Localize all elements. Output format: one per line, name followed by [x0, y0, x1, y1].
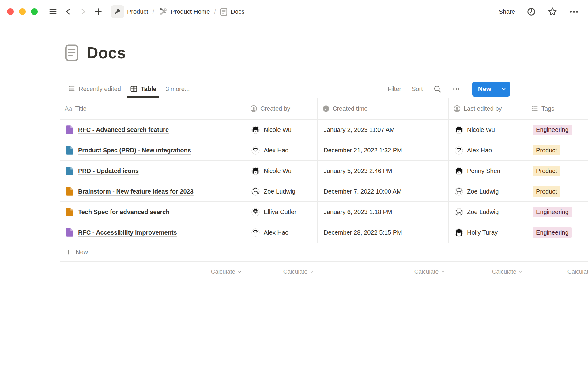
person-name: Zoe Ludwig	[467, 209, 499, 216]
created-by-cell[interactable]: Alex Hao	[245, 222, 318, 243]
calculate-tags[interactable]: Calculate	[526, 262, 588, 282]
created-time-cell[interactable]: December 21, 2022 1:32 PM	[318, 140, 449, 160]
person-icon	[250, 105, 257, 112]
column-header-title[interactable]: Aa Title	[60, 98, 245, 119]
page-title[interactable]: Docs	[87, 44, 126, 62]
favorite-star-icon[interactable]	[548, 7, 557, 17]
calculate-title[interactable]: Calculate	[60, 262, 245, 282]
title-cell[interactable]: RFC - Accessibility improvements	[60, 222, 245, 243]
column-header-created-time[interactable]: Created time	[318, 98, 449, 119]
breadcrumb-item-product[interactable]: Product	[111, 5, 148, 18]
created-by-cell[interactable]: Nicole Wu	[245, 161, 318, 181]
created-by-cell[interactable]: Elliya Cutler	[245, 202, 318, 222]
tags-cell[interactable]: Product	[526, 161, 588, 181]
tab-table[interactable]: Table	[127, 80, 159, 98]
sort-button[interactable]: Sort	[412, 86, 423, 93]
tags-cell[interactable]: Engineering	[526, 222, 588, 243]
new-button-chevron-down-icon[interactable]	[497, 82, 510, 97]
created-time-cell[interactable]: January 5, 2023 2:46 PM	[318, 161, 449, 181]
history-clock-icon[interactable]	[527, 7, 536, 16]
created-by-cell[interactable]: Alex Hao	[245, 140, 318, 160]
last-edited-by-cell[interactable]: Penny Shen	[449, 161, 526, 181]
tab-label: Recently edited	[79, 86, 121, 93]
tags-cell[interactable]: Product	[526, 181, 588, 201]
column-header-last-edited-by[interactable]: Last edited by	[449, 98, 526, 119]
doc-icon	[220, 8, 228, 16]
tags-cell[interactable]: Product	[526, 140, 588, 160]
last-edited-by-cell[interactable]: Alex Hao	[449, 140, 526, 160]
zoom-window-button[interactable]	[31, 8, 38, 15]
table-row: RFC - Accessibility improvements Alex Ha…	[60, 222, 588, 243]
column-header-tags[interactable]: Tags	[526, 98, 588, 119]
more-options-icon[interactable]	[569, 7, 579, 17]
created-time-cell[interactable]: January 2, 2023 11:07 AM	[318, 120, 449, 140]
text-type-icon: Aa	[65, 105, 72, 112]
tab-label: Table	[141, 86, 156, 93]
avatar	[455, 228, 463, 237]
created-by-cell[interactable]: Nicole Wu	[245, 120, 318, 140]
avatar	[455, 126, 463, 134]
traffic-lights	[7, 8, 38, 15]
docs-table: Aa Title Created by Created time Last ed…	[60, 98, 588, 282]
new-button-label[interactable]: New	[472, 82, 497, 97]
person-name: Alex Hao	[264, 229, 288, 236]
forward-icon[interactable]	[79, 8, 87, 15]
window-titlebar: Product / Product Home / Docs Share	[0, 0, 588, 23]
new-page-plus-icon[interactable]	[94, 7, 103, 16]
doc-title-link[interactable]: RFC - Advanced search feature	[78, 126, 169, 133]
title-cell[interactable]: Tech Spec for advanced search	[60, 202, 245, 222]
title-cell[interactable]: RFC - Advanced search feature	[60, 120, 245, 140]
last-edited-by-cell[interactable]: Zoe Ludwig	[449, 181, 526, 201]
doc-title-link[interactable]: Brainstorm - New feature ideas for 2023	[78, 188, 194, 195]
tags-cell[interactable]: Engineering	[526, 202, 588, 222]
column-label: Created by	[260, 105, 290, 112]
calculate-created-by[interactable]: Calculate	[245, 262, 318, 282]
tag-badge: Product	[533, 186, 560, 197]
avatar	[455, 167, 463, 175]
last-edited-by-cell[interactable]: Zoe Ludwig	[449, 202, 526, 222]
calculate-created-time[interactable]: Calculate	[318, 262, 449, 282]
tags-cell[interactable]: Engineering	[526, 120, 588, 140]
tab-recently-edited[interactable]: Recently edited	[65, 80, 124, 98]
tag-badge: Product	[533, 145, 560, 155]
last-edited-by-cell[interactable]: Nicole Wu	[449, 120, 526, 140]
new-button: New	[472, 82, 510, 97]
share-button[interactable]: Share	[499, 8, 515, 15]
calculate-last-edited-by[interactable]: Calculate	[449, 262, 526, 282]
created-time-cell[interactable]: December 28, 2022 5:15 PM	[318, 222, 449, 243]
filter-button[interactable]: Filter	[388, 86, 401, 93]
tag-badge: Engineering	[533, 227, 572, 238]
person-name: Alex Hao	[264, 147, 288, 154]
created-time-cell[interactable]: December 7, 2022 10:00 AM	[318, 181, 449, 201]
hammer-wrench-icon	[159, 7, 168, 16]
created-time-value: December 21, 2022 1:32 PM	[324, 147, 402, 154]
breadcrumb-item-docs[interactable]: Docs	[220, 8, 245, 16]
new-row-button[interactable]: New	[60, 243, 588, 262]
back-icon[interactable]	[65, 8, 72, 15]
title-cell[interactable]: PRD - Updated icons	[60, 161, 245, 181]
column-label: Created time	[333, 105, 368, 112]
breadcrumb-item-product-home[interactable]: Product Home	[159, 7, 210, 16]
person-name: Nicole Wu	[264, 126, 292, 133]
table-row: Brainstorm - New feature ideas for 2023 …	[60, 181, 588, 202]
title-cell[interactable]: Brainstorm - New feature ideas for 2023	[60, 181, 245, 201]
view-options-icon[interactable]	[452, 85, 461, 93]
new-row-label: New	[76, 249, 88, 256]
avatar	[251, 167, 260, 175]
sidebar-toggle-icon[interactable]	[49, 7, 57, 16]
tab-more-views[interactable]: 3 more...	[163, 80, 193, 98]
column-header-created-by[interactable]: Created by	[245, 98, 318, 119]
title-cell[interactable]: Product Spec (PRD) - New integrations	[60, 140, 245, 160]
doc-title-link[interactable]: Product Spec (PRD) - New integrations	[78, 147, 191, 154]
created-time-cell[interactable]: January 6, 2023 1:18 PM	[318, 202, 449, 222]
doc-title-link[interactable]: RFC - Accessibility improvements	[78, 229, 177, 236]
doc-title-link[interactable]: PRD - Updated icons	[78, 167, 139, 174]
person-name: Elliya Cutler	[264, 209, 296, 216]
minimize-window-button[interactable]	[19, 8, 26, 15]
last-edited-by-cell[interactable]: Holly Turay	[449, 222, 526, 243]
search-icon[interactable]	[433, 85, 442, 93]
person-name: Alex Hao	[467, 147, 492, 154]
close-window-button[interactable]	[7, 8, 14, 15]
doc-title-link[interactable]: Tech Spec for advanced search	[78, 209, 170, 216]
created-by-cell[interactable]: Zoe Ludwig	[245, 181, 318, 201]
